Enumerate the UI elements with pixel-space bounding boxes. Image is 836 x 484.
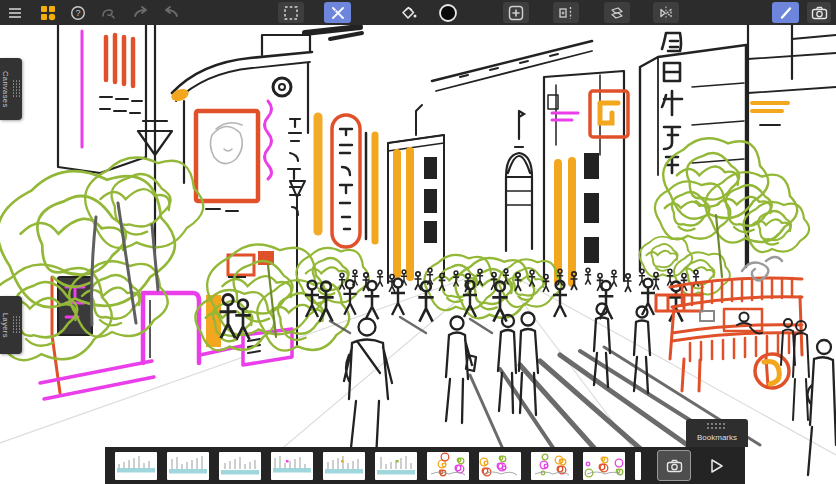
red-sign — [590, 91, 628, 137]
canvases-tab-label: Canvases — [1, 71, 10, 108]
camera-icon — [666, 458, 683, 474]
bookmarks-label: Bookmarks — [697, 433, 737, 442]
drag-handle-dots — [13, 316, 22, 334]
orange-stripes — [397, 151, 410, 277]
color-swatch-button[interactable] — [437, 2, 459, 23]
drag-handle-dots — [13, 80, 22, 98]
window-slab — [584, 153, 599, 179]
canvas-thumbnail[interactable] — [323, 452, 365, 480]
thumbnail-strip — [115, 452, 641, 480]
redo-icon — [163, 5, 179, 21]
cart-box — [700, 311, 714, 321]
window-slab — [424, 221, 437, 243]
orange-blob — [170, 87, 191, 103]
plus-icon — [508, 5, 524, 21]
flip-icon — [658, 5, 674, 21]
canvas-filmstrip — [105, 447, 745, 484]
help-button[interactable]: ? — [68, 2, 88, 23]
canvas-thumbnail[interactable] — [167, 452, 209, 480]
window-slab — [584, 237, 599, 263]
help-icon: ? — [70, 5, 86, 21]
undo-icon — [133, 5, 149, 21]
fill-button[interactable] — [397, 2, 419, 23]
crossed-tools-icon — [330, 5, 346, 21]
duplicate-icon — [609, 5, 625, 21]
camera-button[interactable] — [807, 2, 831, 23]
paint-bucket-icon — [400, 5, 417, 21]
pen-icon — [778, 5, 794, 21]
measure-icon — [558, 5, 574, 21]
billboard-face-sketch — [210, 123, 242, 164]
trees — [0, 138, 809, 360]
canvas-thumbnail[interactable] — [115, 452, 157, 480]
layers-tab-label: Layers — [1, 313, 10, 338]
duplicate-button[interactable] — [604, 2, 630, 23]
pen-tool-button[interactable] — [772, 2, 799, 23]
menu-icon — [7, 5, 23, 21]
top-toolbar: ? — [0, 0, 836, 25]
grid-logo-icon — [40, 5, 56, 21]
drawing-canvas[interactable] — [0, 25, 836, 484]
drag-handle-dots — [707, 423, 727, 431]
add-button[interactable] — [503, 2, 529, 23]
canvas-thumbnail[interactable] — [375, 452, 417, 480]
color-circle-icon — [438, 3, 458, 23]
window-slab — [424, 157, 437, 179]
canvases-tab[interactable]: Canvases — [0, 58, 22, 120]
window-slab — [584, 193, 599, 223]
canvas-thumbnail[interactable] — [271, 452, 313, 480]
gesture-icon — [100, 5, 116, 21]
play-icon — [710, 458, 724, 474]
canvas-thumbnail[interactable] — [479, 452, 521, 480]
select-tool-button[interactable] — [278, 2, 304, 23]
cart-people — [737, 313, 809, 421]
orange-stripes — [558, 161, 572, 283]
banner-glyphs-1 — [288, 119, 301, 215]
red-bars — [106, 35, 133, 86]
snapshot-button[interactable] — [657, 450, 691, 481]
orange-dashes — [752, 103, 788, 111]
magenta-squiggle — [265, 101, 272, 179]
flip-button[interactable] — [653, 2, 679, 23]
window-slab — [424, 189, 437, 213]
undo-button[interactable] — [131, 2, 151, 23]
billboard — [196, 111, 258, 201]
svg-text:?: ? — [75, 8, 80, 18]
app-logo-button[interactable] — [38, 2, 58, 23]
redo-button[interactable] — [161, 2, 181, 23]
canvas-thumbnail[interactable] — [427, 452, 469, 480]
play-button[interactable] — [707, 456, 727, 476]
canvas-thumbnail[interactable] — [635, 452, 641, 480]
menu-button[interactable] — [5, 2, 25, 23]
marquee-icon — [283, 5, 299, 21]
layers-tab[interactable]: Layers — [0, 296, 22, 354]
tower — [506, 111, 532, 251]
street-sketch — [0, 25, 836, 484]
sketch-app-window: ? — [0, 0, 836, 484]
canvas-thumbnail[interactable] — [219, 452, 261, 480]
camera-icon — [811, 5, 828, 21]
measure-button[interactable] — [553, 2, 579, 23]
magenta-door-frame — [143, 293, 199, 363]
orange-glyph — [600, 103, 618, 123]
tools-button[interactable] — [324, 2, 351, 23]
canvas-thumbnail[interactable] — [531, 452, 573, 480]
gesture-button[interactable] — [98, 2, 118, 23]
canvas-thumbnail[interactable] — [583, 452, 625, 480]
bookmarks-tab[interactable]: Bookmarks — [686, 419, 748, 447]
